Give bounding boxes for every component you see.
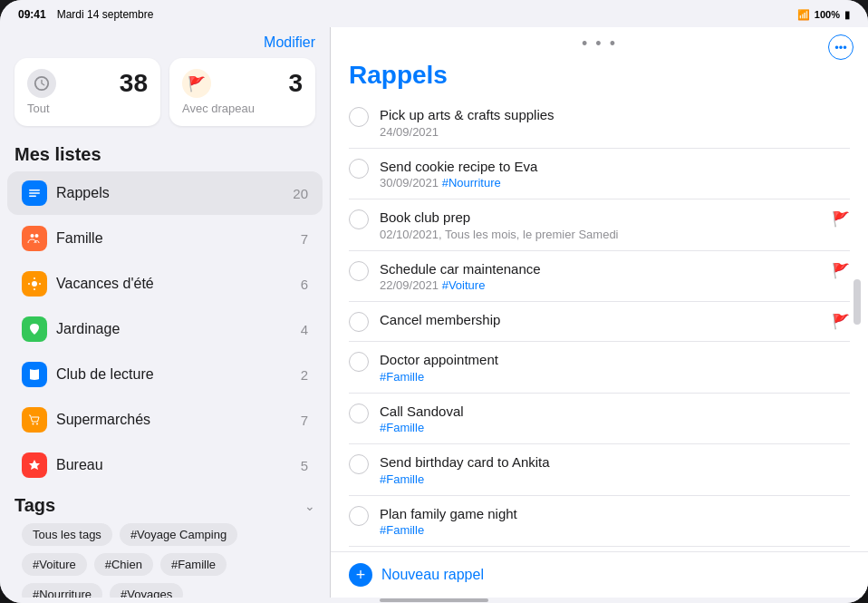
- list-item-club[interactable]: Club de lecture 2: [7, 353, 323, 396]
- list-count-jardinage: 4: [301, 322, 308, 337]
- rappels-icon: [22, 180, 47, 206]
- tag-famille-link-7[interactable]: #Famille: [380, 421, 424, 434]
- tag-famille[interactable]: #Famille: [160, 553, 227, 576]
- reminder-item: Doctor appointment #Famille: [349, 342, 850, 394]
- list-name-club: Club de lecture: [56, 366, 292, 383]
- reminder-title-1: Pick up arts & crafts supplies: [380, 106, 850, 124]
- reminder-subtitle-2: 30/09/2021 #Nourriture: [380, 176, 850, 190]
- reminder-title-4: Schedule car maintenance: [380, 260, 821, 278]
- new-reminder-bar: + Nouveau rappel: [331, 551, 868, 598]
- reminder-circle-9[interactable]: [349, 506, 369, 526]
- main-panel: • • • ••• Rappels Pick up arts & crafts …: [331, 27, 868, 598]
- reminder-circle-6[interactable]: [349, 352, 369, 372]
- modifier-button[interactable]: Modifier: [264, 34, 315, 51]
- reminder-circle-2[interactable]: [349, 159, 369, 179]
- tag-voiture[interactable]: #Voiture: [22, 553, 87, 576]
- reminder-title-8: Send birthday card to Ankita: [380, 453, 850, 472]
- list-item-rappels[interactable]: Rappels 20: [7, 171, 323, 215]
- reminder-circle-7[interactable]: [349, 404, 369, 423]
- reminder-title-2: Send cookie recipe to Eva: [380, 158, 850, 176]
- reminder-circle-4[interactable]: [349, 261, 369, 281]
- tag-famille-link-6[interactable]: #Famille: [380, 370, 424, 384]
- tag-voyage-camping[interactable]: #Voyage Camping: [120, 523, 237, 546]
- list-item-bureau[interactable]: Bureau 5: [7, 443, 323, 487]
- tag-voyages[interactable]: #Voyages: [110, 583, 183, 598]
- new-reminder-plus-button[interactable]: +: [349, 563, 372, 587]
- list-item-jardinage[interactable]: Jardinage 4: [7, 307, 323, 351]
- list-item-vacances[interactable]: Vacances d'été 6: [7, 262, 323, 306]
- reminder-title-6: Doctor appointment: [380, 351, 850, 369]
- reminder-content-7: Call Sandoval #Famille: [380, 403, 850, 435]
- flag-icon-5: 🚩: [832, 313, 850, 330]
- reminder-circle-1[interactable]: [349, 107, 369, 127]
- reminder-item: Call Sandoval #Famille: [349, 394, 850, 445]
- reminder-list: Pick up arts & crafts supplies 24/09/202…: [331, 97, 868, 551]
- svg-rect-1: [29, 190, 40, 191]
- status-date: Mardi 14 septembre: [57, 8, 154, 21]
- svg-marker-13: [29, 460, 40, 470]
- tags-chevron[interactable]: ⌄: [304, 499, 315, 513]
- svg-rect-3: [29, 196, 36, 198]
- reminder-content-9: Plan family game night #Famille: [380, 505, 850, 538]
- reminder-circle-8[interactable]: [349, 454, 369, 474]
- tags-title: Tags: [14, 495, 55, 516]
- tag-nourriture-link[interactable]: #Nourriture: [442, 176, 501, 190]
- battery-text: 100%: [815, 9, 840, 20]
- reminder-item: Pick up arts & crafts supplies 24/09/202…: [349, 97, 850, 149]
- ipad-frame: 09:41 Mardi 14 septembre 📶 100% ▮ Modifi…: [0, 0, 868, 603]
- reminder-subtitle-9: #Famille: [380, 523, 850, 537]
- svg-point-5: [35, 234, 39, 238]
- svg-point-6: [32, 281, 37, 287]
- main-panel-header: • • • •••: [331, 27, 868, 57]
- tag-famille-link-9[interactable]: #Famille: [380, 523, 424, 537]
- new-reminder-label[interactable]: Nouveau rappel: [381, 567, 484, 583]
- list-name-rappels: Rappels: [56, 185, 284, 201]
- tag-chien[interactable]: #Chien: [94, 553, 153, 576]
- reminder-item: Book club prep 02/10/2021, Tous les mois…: [349, 199, 850, 251]
- supermarches-icon: [22, 407, 47, 433]
- list-count-bureau: 5: [301, 458, 308, 473]
- reminder-title-3: Book club prep: [380, 209, 821, 227]
- reminder-item: Send cookie recipe to Eva 30/09/2021 #No…: [349, 149, 850, 200]
- tout-card[interactable]: 38 Tout: [14, 58, 160, 126]
- list-item-famille[interactable]: Famille 7: [7, 217, 323, 260]
- reminder-content-5: Cancel membership: [380, 311, 821, 329]
- reminder-content-2: Send cookie recipe to Eva 30/09/2021 #No…: [380, 158, 850, 190]
- tags-grid: Tous les tags #Voyage Camping #Voiture #…: [14, 523, 315, 598]
- reminder-title-9: Plan family game night: [380, 505, 850, 523]
- avec-drapeau-icon: 🚩: [182, 69, 211, 98]
- tags-header: Tags ⌄: [14, 495, 315, 516]
- list-item-supermarches[interactable]: Supermarchés 7: [7, 398, 323, 442]
- reminder-item: Schedule car maintenance 22/09/2021 #Voi…: [349, 251, 850, 303]
- reminder-subtitle-4: 22/09/2021 #Voiture: [380, 278, 821, 292]
- avec-drapeau-card[interactable]: 🚩 3 Avec drapeau: [169, 58, 315, 126]
- list-count-rappels: 20: [293, 186, 308, 201]
- reminder-content-8: Send birthday card to Ankita #Famille: [380, 453, 850, 486]
- tag-voiture-link[interactable]: #Voiture: [442, 278, 486, 292]
- tout-count: 38: [120, 69, 148, 98]
- summary-cards: 38 Tout 🚩 3 Avec drapeau: [0, 54, 330, 137]
- rappels-title: Rappels: [331, 57, 868, 97]
- status-icons: 📶 100% ▮: [797, 9, 850, 21]
- wifi-icon: 📶: [797, 9, 810, 21]
- more-options-button[interactable]: •••: [828, 34, 854, 60]
- tag-nourriture[interactable]: #Nourriture: [22, 583, 102, 598]
- tag-famille-link-8[interactable]: #Famille: [380, 472, 424, 486]
- svg-point-12: [36, 423, 38, 425]
- bureau-icon: [22, 452, 47, 478]
- home-indicator: [0, 598, 868, 603]
- sidebar-header: Modifier: [0, 27, 330, 54]
- home-bar: [380, 598, 488, 602]
- list-name-jardinage: Jardinage: [56, 321, 292, 337]
- svg-rect-2: [29, 192, 40, 194]
- tag-tous[interactable]: Tous les tags: [22, 523, 112, 546]
- avec-drapeau-count: 3: [288, 69, 303, 98]
- reminder-subtitle-7: #Famille: [380, 421, 850, 434]
- reminder-circle-3[interactable]: [349, 209, 369, 229]
- reminder-item: Plan family game night #Famille: [349, 496, 850, 548]
- reminder-subtitle-6: #Famille: [380, 370, 850, 384]
- reminder-circle-5[interactable]: [349, 312, 369, 332]
- flag-icon-4: 🚩: [832, 262, 850, 279]
- status-bar: 09:41 Mardi 14 septembre 📶 100% ▮: [0, 0, 868, 27]
- tout-label: Tout: [27, 102, 148, 115]
